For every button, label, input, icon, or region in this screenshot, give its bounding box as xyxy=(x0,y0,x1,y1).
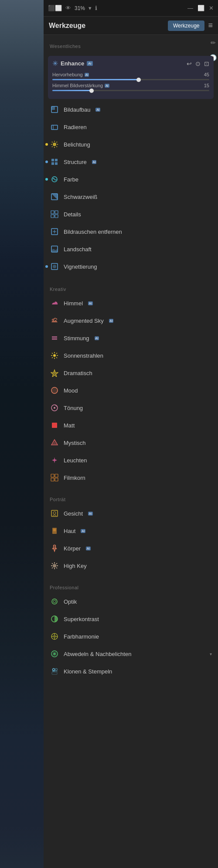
klonen-icon-wrapper xyxy=(50,666,59,676)
tool-filmkorn[interactable]: Filmkorn xyxy=(44,469,218,486)
tool-koerper[interactable]: Körper AI xyxy=(44,540,218,557)
svg-rect-22 xyxy=(55,215,58,218)
tool-vignettierung[interactable]: Vignettierung xyxy=(44,258,218,275)
tool-belichtung[interactable]: Belichtung xyxy=(44,136,218,153)
tool-augmented-sky[interactable]: Augmented Sky AI xyxy=(44,312,218,329)
himmel-label-row: Himmel Bildverstärkung AI 15 xyxy=(52,83,209,88)
tool-farbe[interactable]: Farbe xyxy=(44,171,218,188)
koerper-label: Körper xyxy=(64,545,81,552)
up-icon[interactable]: ⊙ xyxy=(195,60,201,67)
bildrauschen-icon xyxy=(51,228,58,236)
svg-point-4 xyxy=(53,143,56,146)
mood-icon xyxy=(51,386,58,394)
augsky-label: Augmented Sky xyxy=(64,318,104,324)
tool-superkontrast[interactable]: Superkontrast xyxy=(44,610,218,628)
stimmung-ai-badge: AI xyxy=(95,336,99,340)
svg-rect-51 xyxy=(51,510,58,516)
svg-point-79 xyxy=(53,669,55,671)
tool-farbharmonie[interactable]: Farbharmonie xyxy=(44,628,218,645)
tool-klonen[interactable]: Klonen & Stempeln xyxy=(44,663,218,680)
hervorhebung-label: Hervorhebung xyxy=(52,72,83,77)
section-professional: Professional Optik xyxy=(44,580,218,680)
tool-leuchten[interactable]: Leuchten xyxy=(44,451,218,469)
klonen-label: Klonen & Stempeln xyxy=(64,668,112,675)
enhance-header: ✳ Enhance AI ↩ ⊙ ⊡ xyxy=(52,59,209,68)
tool-highkey[interactable]: High Key xyxy=(44,557,218,574)
eye-icon: 👁 xyxy=(65,5,71,11)
tool-dramatisch[interactable]: Dramatisch xyxy=(44,364,218,382)
tool-abwedeln[interactable]: Abwedeln & Nachbelichten ▾ xyxy=(44,645,218,663)
svg-point-67 xyxy=(52,599,57,604)
zoom-level[interactable]: 31% xyxy=(75,5,85,11)
tool-bildaufbau[interactable]: Bildaufbau AI xyxy=(44,101,218,118)
tool-bildrauschen[interactable]: Bildrauschen entfernen xyxy=(44,223,218,240)
belichtung-label: Belichtung xyxy=(64,141,90,148)
tool-himmel[interactable]: Himmel AI xyxy=(44,294,218,312)
landschaft-label: Landschaft xyxy=(64,246,92,253)
tools-content[interactable]: Wesentliches ✳ Enhance AI ↩ ⊙ ⊡ xyxy=(44,35,218,868)
stimmung-icon xyxy=(51,334,58,342)
photo-panel xyxy=(0,0,44,868)
svg-rect-81 xyxy=(52,672,57,674)
bottom-padding xyxy=(44,680,218,693)
gesicht-icon xyxy=(51,509,58,517)
filter-icon[interactable]: ≡ xyxy=(208,21,213,30)
werkzeuge-button[interactable]: Werkzeuge xyxy=(168,21,204,31)
category-kreativ: Kreativ xyxy=(44,281,218,294)
himmel-label-group: Himmel Bildverstärkung AI xyxy=(52,83,109,88)
minimize-icon[interactable]: — xyxy=(187,5,193,11)
details-icon xyxy=(51,210,58,218)
abwedeln-chevron: ▾ xyxy=(210,652,212,656)
hervorhebung-ai-badge: AI xyxy=(85,73,89,77)
tool-matt[interactable]: Matt xyxy=(44,417,218,434)
svg-rect-19 xyxy=(51,211,54,214)
close-icon[interactable]: ✕ xyxy=(209,5,214,11)
hervorhebung-track[interactable] xyxy=(52,79,209,80)
tool-toenung[interactable]: Tönung xyxy=(44,399,218,417)
panel-title: Werkzeuge xyxy=(49,22,85,30)
sonnenstrahlen-icon xyxy=(51,352,58,359)
window-controls: — ⬜ ✕ xyxy=(187,5,214,11)
hervorhebung-thumb[interactable] xyxy=(136,78,141,82)
svg-line-66 xyxy=(52,567,53,568)
tool-structure[interactable]: Structure AI xyxy=(44,153,218,171)
tool-mood[interactable]: Mood xyxy=(44,382,218,399)
himmel-track[interactable] xyxy=(52,90,209,91)
tool-landschaft[interactable]: Landschaft xyxy=(44,240,218,258)
radieren-icon-wrapper xyxy=(50,122,59,132)
mystisch-icon-wrapper xyxy=(50,438,59,448)
svg-point-71 xyxy=(53,635,56,638)
svg-point-55 xyxy=(54,545,56,547)
system-topbar: ⬛⬜ 👁 31% ▾ ℹ — ⬜ ✕ xyxy=(44,0,218,17)
farbharmonie-icon-wrapper xyxy=(50,632,59,641)
undo-icon[interactable]: ↩ xyxy=(187,60,192,67)
tool-details[interactable]: Details xyxy=(44,205,218,223)
hervorhebung-fill xyxy=(52,79,139,80)
topbar-left: ⬛⬜ 👁 31% ▾ ℹ xyxy=(48,5,97,11)
tool-sonnenstrahlen[interactable]: Sonnenstrahlen xyxy=(44,347,218,364)
tool-radieren[interactable]: Radieren xyxy=(44,118,218,136)
farbe-icon-wrapper xyxy=(50,174,59,184)
mystisch-icon xyxy=(51,439,58,447)
highkey-label: High Key xyxy=(64,563,87,569)
hervorhebung-slider-row: Hervorhebung AI 45 xyxy=(52,72,209,80)
tool-schwarzweiss[interactable]: Schwarzweiß xyxy=(44,188,218,205)
tool-optik[interactable]: Optik xyxy=(44,593,218,610)
tool-haut[interactable]: Haut AI xyxy=(44,522,218,540)
stimmung-label: Stimmung xyxy=(64,335,89,342)
section-kreativ: Kreativ Himmel AI xyxy=(44,281,218,486)
svg-line-37 xyxy=(52,353,53,354)
maximize-icon[interactable]: ⬜ xyxy=(198,5,204,11)
svg-point-43 xyxy=(54,407,55,409)
svg-point-52 xyxy=(53,512,56,514)
tool-mystisch[interactable]: Mystisch xyxy=(44,434,218,451)
himmel-thumb[interactable] xyxy=(89,89,94,93)
svg-line-10 xyxy=(57,147,58,147)
farbharmonie-icon xyxy=(51,632,58,640)
himmel-icon xyxy=(51,299,58,307)
tool-stimmung[interactable]: Stimmung AI xyxy=(44,329,218,347)
section-wesentliches: Wesentliches ✳ Enhance AI ↩ ⊙ ⊡ xyxy=(44,35,218,276)
tool-gesicht[interactable]: Gesicht AI xyxy=(44,505,218,522)
toggle-icon[interactable]: ⊡ xyxy=(204,60,209,67)
filmkorn-icon xyxy=(51,474,58,482)
